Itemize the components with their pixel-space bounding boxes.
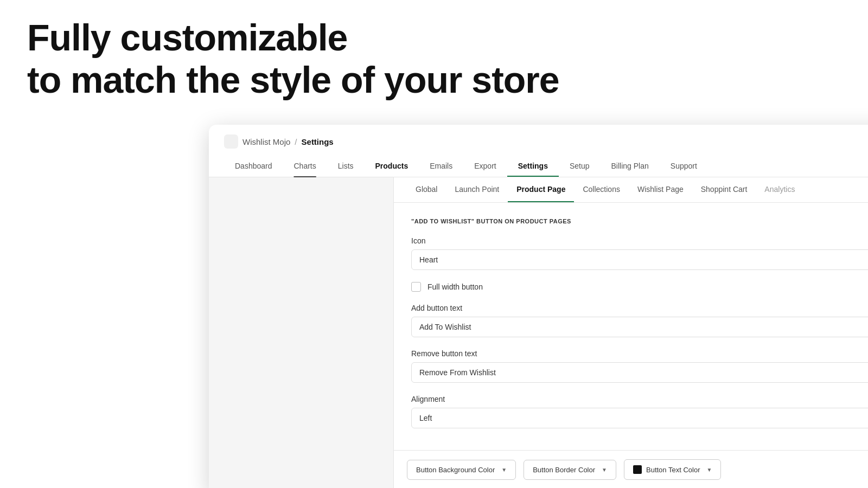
button-bg-color-label: Button Background Color — [416, 466, 495, 474]
icon-input[interactable]: Heart — [411, 249, 868, 270]
svg-rect-0 — [224, 134, 238, 149]
nav-tab-products[interactable]: Products — [365, 156, 419, 177]
breadcrumb-separator: / — [295, 137, 297, 146]
alignment-field-group: Alignment Left — [411, 395, 868, 428]
form-content: "ADD TO WISHLIST" BUTTON ON PRODUCT PAGE… — [394, 203, 868, 450]
sub-tab-launch-point[interactable]: Launch Point — [446, 177, 508, 202]
left-panel — [209, 177, 393, 488]
sub-tab-product-page[interactable]: Product Page — [508, 177, 574, 202]
nav-tab-dashboard[interactable]: Dashboard — [224, 156, 283, 177]
nav-tab-lists[interactable]: Lists — [327, 156, 365, 177]
nav-tab-export[interactable]: Export — [463, 156, 507, 177]
bottom-bar: Button Background Color ▼ Button Border … — [394, 450, 868, 488]
button-text-color-btn[interactable]: Button Text Color ▼ — [624, 459, 721, 480]
sub-nav: Global Launch Point Product Page Collect… — [394, 177, 868, 203]
app-logo: 📋 — [224, 134, 238, 149]
chevron-down-icon: ▼ — [501, 467, 507, 473]
button-bg-color-btn[interactable]: Button Background Color ▼ — [407, 460, 516, 480]
content-area: Global Launch Point Product Page Collect… — [209, 177, 868, 488]
sub-tab-global[interactable]: Global — [407, 177, 446, 202]
add-button-input[interactable]: Add To Wishlist — [411, 317, 868, 337]
add-button-field-group: Add button text Add To Wishlist — [411, 304, 868, 337]
sub-tab-shopping-cart[interactable]: Shoppint Cart — [692, 177, 756, 202]
chevron-down-icon: ▼ — [706, 467, 712, 473]
sub-tab-collections[interactable]: Collections — [574, 177, 628, 202]
nav-tab-settings[interactable]: Settings — [507, 156, 559, 177]
hero-section: Fully customizable to match the style of… — [27, 16, 559, 101]
nav-tab-support[interactable]: Support — [660, 156, 708, 177]
nav-tab-charts[interactable]: Charts — [283, 156, 327, 177]
right-panel: Global Launch Point Product Page Collect… — [393, 177, 868, 488]
remove-button-label: Remove button text — [411, 349, 868, 358]
remove-button-field-group: Remove button text Remove From Wishlist — [411, 349, 868, 383]
breadcrumb-app-name: Wishlist Mojo — [242, 137, 290, 146]
breadcrumb: 📋 Wishlist Mojo / Settings — [224, 134, 868, 149]
button-text-color-label: Button Text Color — [646, 466, 700, 474]
icon-field-group: Icon Heart — [411, 236, 868, 270]
full-width-row: Full width button — [411, 282, 868, 292]
alignment-input[interactable]: Left — [411, 408, 868, 428]
main-nav: Dashboard Charts Lists Products Emails E… — [224, 156, 868, 177]
nav-tab-emails[interactable]: Emails — [419, 156, 463, 177]
app-window: 📋 Wishlist Mojo / Settings Dashboard Cha… — [209, 125, 868, 488]
sub-tab-wishlist-page[interactable]: Wishlist Page — [629, 177, 692, 202]
nav-tab-setup[interactable]: Setup — [559, 156, 601, 177]
nav-tab-billing[interactable]: Billing Plan — [601, 156, 660, 177]
sub-tab-analytics[interactable]: Analytics — [756, 177, 803, 202]
top-bar: 📋 Wishlist Mojo / Settings Dashboard Cha… — [209, 125, 868, 177]
button-border-color-label: Button Border Color — [533, 466, 595, 474]
button-border-color-btn[interactable]: Button Border Color ▼ — [524, 460, 616, 480]
hero-title: Fully customizable to match the style of… — [27, 16, 559, 101]
breadcrumb-current: Settings — [302, 137, 334, 146]
chevron-down-icon: ▼ — [602, 467, 607, 473]
section-title: "ADD TO WISHLIST" BUTTON ON PRODUCT PAGE… — [411, 218, 868, 224]
icon-label: Icon — [411, 236, 868, 245]
full-width-checkbox[interactable] — [411, 282, 421, 292]
full-width-label: Full width button — [427, 282, 483, 291]
alignment-label: Alignment — [411, 395, 868, 403]
add-button-label: Add button text — [411, 304, 868, 312]
remove-button-input[interactable]: Remove From Wishlist — [411, 362, 868, 383]
text-color-swatch — [633, 465, 642, 474]
